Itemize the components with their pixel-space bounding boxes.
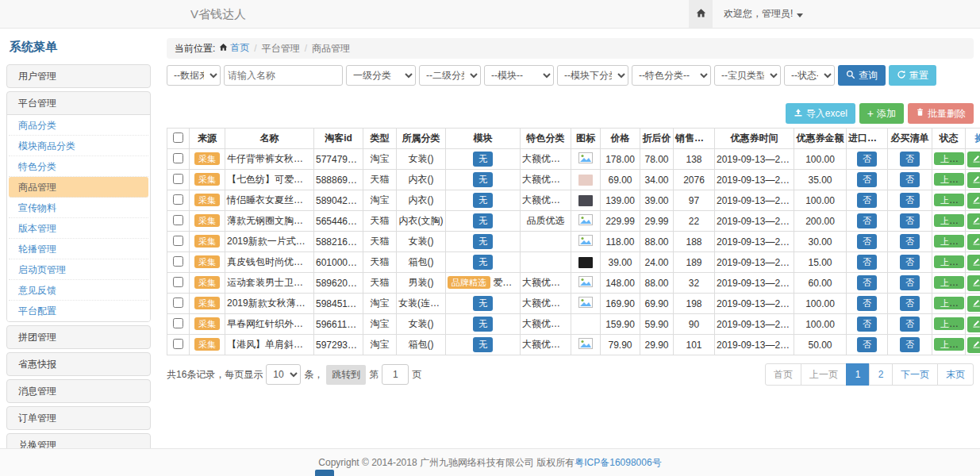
sidebar-section-4[interactable]: 省惠快报 [7,353,150,375]
must-buy-toggle-button[interactable]: 否 [900,234,920,249]
row-checkbox[interactable] [173,318,183,328]
row-checkbox[interactable] [173,174,183,184]
breadcrumb-home-link[interactable]: 首页 [219,41,249,55]
must-buy-toggle-button[interactable]: 否 [900,193,920,208]
per-page-select[interactable]: 10 [266,364,301,385]
edit-button[interactable] [967,172,980,188]
sidebar-section-5[interactable]: 消息管理 [7,380,150,402]
batch-delete-button[interactable]: 批量删除 [908,103,974,124]
row-checkbox[interactable] [173,236,183,246]
jump-page-input[interactable] [382,364,409,385]
status-button[interactable]: 上架 [934,194,964,206]
edit-button[interactable] [967,337,980,353]
must-buy-toggle-button[interactable]: 否 [900,213,920,228]
status-button[interactable]: 上架 [934,214,964,227]
filter-item-type[interactable]: --宝贝类型-- [714,65,781,86]
must-buy-toggle-button[interactable]: 否 [900,172,920,187]
filter-data-source[interactable]: --数据来源-- [167,65,221,86]
edit-button[interactable] [967,255,980,271]
edit-button[interactable] [967,317,980,332]
filter-status[interactable]: --状态-- [784,65,835,86]
filter-module[interactable]: --模块-- [484,65,554,86]
status-cell: 上架 [932,273,966,294]
product-thumbnail-icon [578,237,593,248]
row-checkbox[interactable] [173,298,183,308]
filter-name-input[interactable] [224,65,343,86]
sidebar-item[interactable]: 意见反馈 [9,280,148,301]
must-buy-toggle-button[interactable]: 否 [900,317,920,332]
row-checkbox[interactable] [173,153,183,163]
user-menu[interactable]: 欢迎您，管理员! [724,7,803,21]
import-toggle-button[interactable]: 否 [857,275,877,290]
status-button[interactable]: 上架 [934,255,964,268]
status-button[interactable]: 上架 [934,338,964,351]
import-toggle-button[interactable]: 否 [857,317,877,332]
sidebar-item[interactable]: 商品分类 [9,115,148,136]
reset-button[interactable]: 重置 [889,65,936,86]
sidebar-item[interactable]: 宣传物料 [9,198,148,218]
sidebar-item[interactable]: 版本管理 [9,218,148,239]
must-buy-toggle-button[interactable]: 否 [900,337,920,352]
status-button[interactable]: 上架 [934,276,964,289]
jump-button[interactable]: 跳转到 [326,365,366,385]
row-select-cell [167,314,190,335]
import-toggle-button[interactable]: 否 [857,234,877,249]
add-button[interactable]: +添加 [859,103,904,124]
filter-feature-category[interactable]: --特色分类-- [632,65,711,86]
import-toggle-button[interactable]: 否 [857,296,877,311]
edit-button[interactable] [967,275,980,291]
source-cell: 采集 [190,273,225,294]
row-checkbox[interactable] [173,277,183,287]
edit-button[interactable] [967,193,980,209]
sidebar-item[interactable]: 平台配置 [9,301,148,321]
page-button-末页[interactable]: 末页 [937,363,974,386]
sidebar-item[interactable]: 启动页管理 [9,259,148,280]
sidebar-section-1[interactable]: 用户管理 [7,65,150,87]
import-toggle-button[interactable]: 否 [857,337,877,352]
row-checkbox[interactable] [173,339,183,349]
page-button-2[interactable]: 2 [869,363,893,386]
page-button-1[interactable]: 1 [846,363,870,386]
import-toggle-button[interactable]: 否 [857,172,877,187]
row-checkbox[interactable] [173,194,183,205]
must-buy-toggle-button[interactable]: 否 [900,255,920,270]
page-button-首页[interactable]: 首页 [765,363,801,386]
sidebar-section-2[interactable]: 平台管理 [7,92,150,114]
status-button[interactable]: 上架 [934,317,964,330]
sidebar-item[interactable]: 商品管理 [9,177,148,198]
page-button-上一页[interactable]: 上一页 [801,363,847,386]
row-checkbox[interactable] [173,215,183,225]
sidebar-item[interactable]: 模块商品分类 [9,136,148,156]
edit-button[interactable] [967,296,980,312]
sidebar-section-6[interactable]: 订单管理 [7,407,150,429]
row-checkbox[interactable] [173,256,183,267]
home-button[interactable] [689,0,713,28]
edit-button[interactable] [967,152,980,167]
page-button-下一页[interactable]: 下一页 [892,363,938,386]
import-toggle-button[interactable]: 否 [857,152,877,167]
must-buy-toggle-button[interactable]: 否 [900,296,920,311]
status-button[interactable]: 上架 [934,173,964,186]
sidebar-item[interactable]: 轮播管理 [9,239,148,259]
coupon-amount-cell: 35.00 [794,170,847,190]
search-button[interactable]: 查询 [838,65,886,86]
must-buy-toggle-button[interactable]: 否 [900,275,920,290]
status-button[interactable]: 上架 [934,297,964,309]
import-toggle-button[interactable]: 否 [857,193,877,208]
filter-level2-category[interactable]: --二级分类-- [419,65,481,86]
must-buy-toggle-button[interactable]: 否 [900,152,920,167]
import-toggle-button[interactable]: 否 [857,255,877,270]
sidebar-item[interactable]: 特色分类 [9,156,148,177]
edit-button[interactable] [967,234,980,250]
icp-link[interactable]: 粤ICP备16098006号 [575,456,661,470]
filter-level1-category[interactable]: 一级分类 [346,65,416,86]
filter-module-subcategory[interactable]: --模块下分类-- [557,65,628,86]
status-button[interactable]: 上架 [934,235,964,248]
status-button[interactable]: 上架 [934,152,964,165]
select-all-checkbox[interactable] [173,132,183,143]
import-excel-button[interactable]: 导入excel [786,103,855,124]
edit-button[interactable] [967,213,980,229]
taoke-id-cell: 601000601341 [314,252,363,273]
import-toggle-button[interactable]: 否 [857,213,877,228]
sidebar-section-3[interactable]: 拼团管理 [7,326,150,348]
